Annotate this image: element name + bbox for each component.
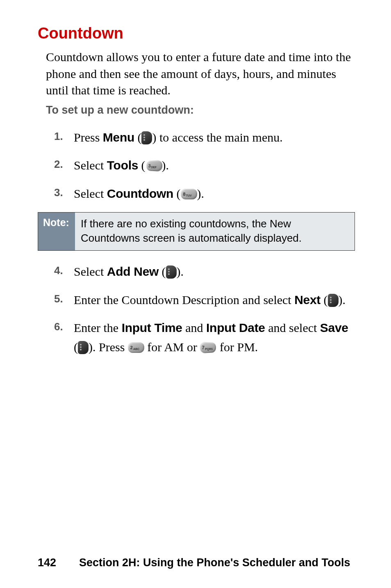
step-5: Enter the Countdown Description and sele… [54, 291, 355, 310]
countdown-label: Countdown [107, 187, 173, 200]
key-2-icon: 2ABC [128, 342, 144, 353]
step-text: for AM or [144, 340, 200, 354]
footer-section-title: Section 2H: Using the Phone's Scheduler … [79, 556, 350, 569]
step-text: for PM. [217, 340, 258, 354]
step-text: ( [173, 187, 181, 200]
next-label: Next [294, 293, 321, 307]
ok-key-icon [166, 265, 177, 279]
step-text: ) to access the main menu. [152, 130, 282, 144]
step-text: ( [138, 158, 145, 172]
step-text: ). Press [89, 340, 128, 354]
note-box: Note: If there are no existing countdown… [38, 212, 355, 251]
step-text: Press [74, 130, 103, 144]
key-7-icon: 7PQRS [200, 342, 216, 353]
step-text: ). [162, 158, 169, 172]
step-4: Select Add New (). [54, 262, 355, 281]
step-text: Enter the [74, 321, 122, 334]
step-text: ( [74, 340, 78, 354]
save-label: Save [320, 321, 348, 334]
step-6: Enter the Input Time and Input Date and … [54, 318, 355, 357]
step-text: Enter the Countdown Description and sele… [74, 293, 294, 307]
steps-list-part1: Press Menu () to access the main menu. S… [38, 128, 355, 204]
step-text: ( [321, 293, 328, 307]
step-text: ( [134, 130, 142, 144]
ok-key-icon [141, 131, 152, 144]
key-3-icon: 3DEF [146, 160, 162, 172]
inputtime-label: Input Time [122, 321, 182, 334]
steps-list-part2: Select Add New (). Enter the Countdown D… [38, 262, 355, 357]
step-1: Press Menu () to access the main menu. [54, 128, 355, 147]
step-3: Select Countdown (8TUV). [54, 184, 355, 204]
page-number: 142 [38, 556, 56, 569]
instruction-subhead: To set up a new countdown: [38, 104, 355, 117]
step-text: Select [74, 158, 107, 172]
step-text: ). [197, 187, 205, 200]
note-label: Note: [38, 213, 75, 250]
step-text: Select [74, 187, 107, 200]
step-text: ( [159, 265, 166, 278]
inputdate-label: Input Date [206, 321, 265, 334]
section-heading: Countdown [38, 25, 355, 42]
key-8-icon: 8TUV [181, 189, 197, 199]
tools-label: Tools [107, 158, 138, 172]
step-2: Select Tools (3DEF). [54, 156, 355, 175]
ok-key-icon [78, 341, 89, 354]
ok-key-icon [328, 294, 339, 307]
page-footer: 142 Section 2H: Using the Phone's Schedu… [38, 556, 355, 569]
step-text: and [182, 321, 206, 334]
step-text: and select [265, 321, 320, 334]
intro-paragraph: Countdown allows you to enter a future d… [38, 49, 355, 99]
note-text: If there are no existing countdowns, the… [75, 213, 355, 250]
addnew-label: Add New [107, 265, 159, 278]
menu-label: Menu [103, 130, 134, 144]
step-text: ). [339, 293, 346, 307]
step-text: ). [177, 265, 184, 278]
step-text: Select [74, 265, 107, 278]
